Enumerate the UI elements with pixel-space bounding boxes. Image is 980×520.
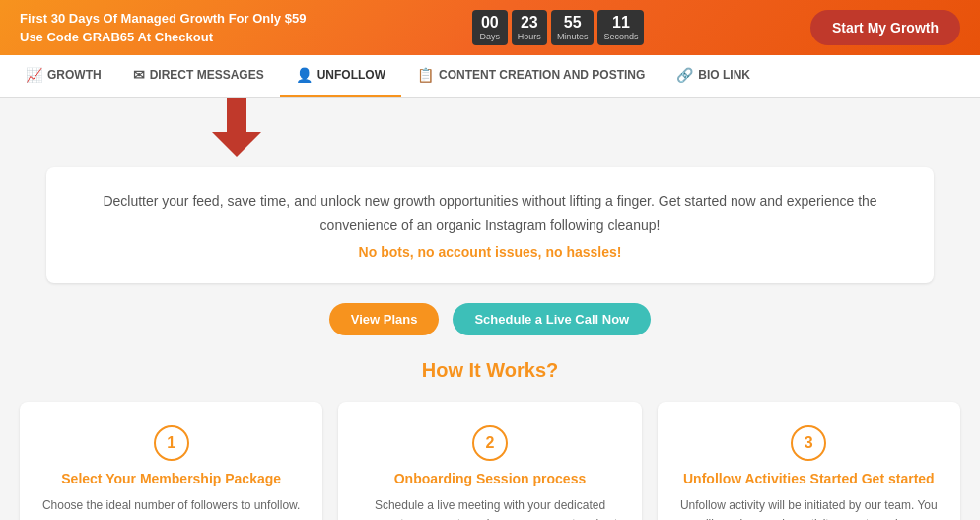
description-highlight: No bots, no account issues, no hassles! [86,244,894,260]
tab-direct-messages[interactable]: ✉ DIRECT MESSAGES [117,55,280,97]
countdown-hours: 23 Hours [512,10,547,45]
schedule-call-button[interactable]: Schedule a Live Call Now [453,303,651,335]
arrow-to-unfollow [197,98,276,157]
countdown-seconds: 11 Seconds [597,10,644,45]
main-content: Declutter your feed, save time, and unlo… [0,98,980,520]
step-title-1: Select Your Membership Package [61,471,281,486]
step-number-1: 1 [154,425,189,461]
step-card-1: 1 Select Your Membership Package Choose … [20,402,322,520]
content-creation-icon: 📋 [417,67,434,83]
promo-line1: First 30 Days Of Managed Growth For Only… [20,9,306,29]
description-box: Declutter your feed, save time, and unlo… [46,167,934,283]
step-number-3: 3 [791,425,826,461]
step-title-3: Unfollow Activities Started Get started [683,471,935,486]
promo-text: First 30 Days Of Managed Growth For Only… [20,9,306,47]
view-plans-button-top[interactable]: View Plans [329,303,440,335]
tab-unfollow[interactable]: 👤 UNFOLLOW [280,55,401,97]
step-card-3: 3 Unfollow Activities Started Get starte… [658,402,960,520]
step-text-1: Choose the ideal number of followers to … [42,496,301,520]
start-my-growth-button[interactable]: Start My Growth [810,10,960,45]
bio-link-icon: 🔗 [676,67,693,83]
step-title-2: Onboarding Session process [394,471,587,486]
tab-bio-link[interactable]: 🔗 BIO LINK [661,55,766,97]
step-number-2: 2 [472,425,508,461]
svg-marker-0 [212,98,261,157]
countdown-timer: 00 Days 23 Hours 55 Minutes 11 Seconds [472,10,645,45]
top-banner: First 30 Days Of Managed Growth For Only… [0,0,980,55]
cta-buttons-row: View Plans Schedule a Live Call Now [20,303,960,335]
unfollow-icon: 👤 [296,67,313,83]
steps-cards: 1 Select Your Membership Package Choose … [20,402,960,520]
step-text-3: Unfollow activity will be initiated by o… [677,496,941,520]
tab-content-creation[interactable]: 📋 CONTENT CREATION AND POSTING [401,55,661,97]
promo-line2: Use Code GRAB65 At Checkout [20,28,306,47]
countdown-minutes: 55 Minutes [551,10,595,45]
how-it-works-title: How It Works? [20,359,960,382]
growth-icon: 📈 [26,67,42,83]
direct-messages-icon: ✉ [133,67,145,83]
tab-growth[interactable]: 📈 GROWTH [10,55,117,97]
navigation-tabs: 📈 GROWTH ✉ DIRECT MESSAGES 👤 UNFOLLOW 📋 … [0,55,980,98]
description-main-text: Declutter your feed, save time, and unlo… [86,190,894,238]
step-card-2: 2 Onboarding Session process Schedule a … [338,402,641,520]
countdown-days: 00 Days [472,10,508,45]
step-text-2: Schedule a live meeting with your dedica… [358,496,621,520]
